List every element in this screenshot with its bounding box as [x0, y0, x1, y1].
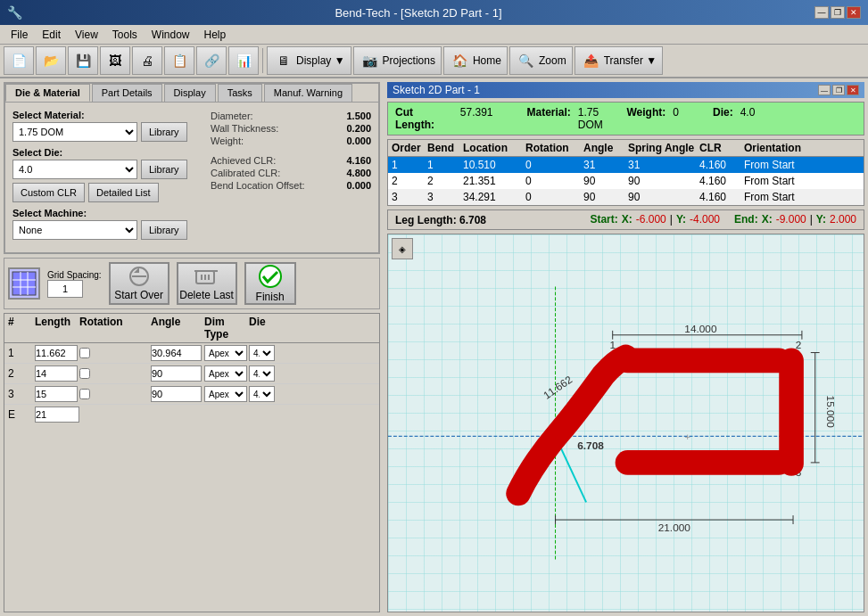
machine-group: Select Machine: None Library [12, 208, 203, 240]
bend-row-3[interactable]: 3 3 34.291 0 90 90 4.160 From Start [388, 189, 864, 205]
br3-clr: 4.160 [699, 191, 744, 203]
grid-spacing-input[interactable] [47, 280, 83, 298]
field-calibrated-clr: Calibrated CLR: 4.800 [211, 167, 371, 179]
row3-length[interactable] [35, 386, 78, 402]
br3-spring-angle: 90 [628, 191, 699, 203]
row1-rotation[interactable] [79, 348, 90, 358]
inner-title-text: Sketch 2D Part - 1 [393, 84, 480, 96]
toolbar-btn6[interactable]: 📋 [164, 46, 194, 75]
menu-tools[interactable]: Tools [105, 27, 145, 43]
projections-icon: 📷 [360, 50, 381, 71]
tab-manuf-warning[interactable]: Manuf. Warning [264, 84, 352, 102]
die-btns-row: Custom CLR Detailed List [12, 183, 203, 202]
die-select[interactable]: 4.0 [12, 160, 137, 179]
die-info-value: 4.0 [740, 106, 756, 131]
delete-last-btn[interactable]: Delete Last [177, 262, 237, 305]
e-value[interactable] [35, 407, 79, 423]
toolbar-btn7[interactable]: 🔗 [196, 46, 227, 75]
toolbar-projections[interactable]: 📷 Projections [353, 46, 442, 75]
zoom-icon: 🔍 [516, 50, 537, 71]
row3-rotation[interactable] [79, 389, 90, 399]
cut-length-info: Cut Length: 57.391 Material: 1.75 DOM [395, 106, 625, 131]
row2-dim-type[interactable]: Apex [204, 365, 247, 382]
toolbar-btn8[interactable]: 📊 [228, 46, 259, 75]
machine-select[interactable]: None [12, 220, 137, 240]
parts-row-3: 3 Apex 4.0 [4, 384, 379, 405]
bend-row-2[interactable]: 2 2 21.351 0 90 90 4.160 From Start [388, 173, 864, 189]
menu-help[interactable]: Help [197, 27, 234, 43]
finish-btn[interactable]: Finish [244, 262, 296, 305]
row1-dim-type[interactable]: Apex [204, 345, 247, 361]
weight-info-label: Weight: [627, 106, 666, 131]
toolbar-transfer[interactable]: 📤 Transfer ▼ [575, 46, 663, 75]
bth-clr: CLR [699, 142, 744, 154]
menu-file[interactable]: File [4, 27, 35, 43]
row2-length[interactable] [35, 365, 78, 382]
tab-display[interactable]: Display [164, 84, 216, 102]
toolbar-zoom[interactable]: 🔍 Zoom [509, 46, 573, 75]
toolbar-home[interactable]: 🏠 Home [443, 46, 508, 75]
row1-angle[interactable] [151, 345, 202, 361]
menu-view[interactable]: View [68, 27, 105, 43]
tab-tasks[interactable]: Tasks [218, 84, 262, 102]
row2-die[interactable]: 4.0 [249, 365, 275, 382]
row3-dim-type[interactable]: Apex [204, 386, 247, 402]
menu-edit[interactable]: Edit [35, 27, 68, 43]
detailed-list-btn[interactable]: Detailed List [88, 183, 159, 202]
toolbar-btn5[interactable]: 🖨 [132, 46, 162, 75]
transfer-label: Transfer ▼ [604, 54, 657, 67]
window-controls: — ❐ ✕ [814, 6, 861, 19]
row1-die[interactable]: 4.0 [249, 345, 275, 361]
inner-minimize-btn[interactable]: — [818, 85, 831, 95]
br2-angle: 90 [583, 175, 628, 187]
finish-label: Finish [256, 291, 285, 303]
tab-die-material[interactable]: Die & Material [5, 84, 90, 102]
machine-library-btn[interactable]: Library [141, 220, 187, 240]
toolbar-new[interactable]: 📄 [4, 46, 34, 75]
row3-die[interactable]: 4.0 [249, 386, 275, 402]
open-icon: 📂 [40, 50, 62, 71]
svg-rect-35 [616, 450, 791, 475]
minimize-button[interactable]: — [814, 6, 829, 19]
toolbar-open[interactable]: 📂 [36, 46, 66, 75]
row3-angle[interactable] [151, 386, 202, 402]
material-select[interactable]: 1.75 DOM [12, 122, 137, 142]
toolbar-btn4[interactable]: 🖼 [100, 46, 130, 75]
inner-close-btn[interactable]: ✕ [847, 85, 859, 95]
bth-order: Order [392, 142, 427, 154]
tab-panel: Die & Material Part Details Display Task… [4, 82, 380, 254]
br1-orientation: From Start [744, 159, 815, 171]
custom-clr-btn[interactable]: Custom CLR [12, 183, 85, 202]
save-icon: 💾 [72, 50, 94, 71]
br3-location: 34.291 [463, 191, 525, 203]
br3-rotation: 0 [525, 191, 583, 203]
toolbar-save[interactable]: 💾 [68, 46, 98, 75]
cut-length-label: Cut Length: [395, 106, 453, 131]
material-group: Select Material: 1.75 DOM Library [12, 110, 203, 142]
start-x-value: -6.000 [636, 213, 666, 226]
die-library-btn[interactable]: Library [141, 160, 187, 179]
tab-part-details[interactable]: Part Details [92, 84, 162, 102]
parts-row-1: 1 Apex 4.0 [4, 343, 379, 364]
br1-rotation: 0 [525, 159, 583, 171]
new-icon: 📄 [8, 50, 29, 71]
material-library-btn[interactable]: Library [141, 122, 187, 142]
icon4: 🖼 [104, 50, 126, 71]
row1-length[interactable] [35, 345, 78, 361]
row2-rotation[interactable] [79, 368, 90, 379]
close-button[interactable]: ✕ [847, 6, 861, 19]
bend-row-1[interactable]: 1 1 10.510 0 31 31 4.160 From Start [388, 157, 864, 173]
projections-label: Projections [383, 54, 435, 67]
inner-restore-btn[interactable]: ❐ [832, 85, 845, 95]
window-icon: 🔧 [7, 5, 22, 20]
row2-angle[interactable] [151, 365, 202, 382]
menu-window[interactable]: Window [145, 27, 197, 43]
weight-info-value: 0 [673, 106, 679, 131]
start-over-btn[interactable]: Start Over [109, 262, 169, 305]
cut-length-value: 57.391 [460, 106, 493, 131]
toolbar-display[interactable]: 🖥 Display ▼ [267, 46, 351, 75]
br1-angle: 31 [583, 159, 628, 171]
br2-bend: 2 [427, 175, 463, 187]
restore-button[interactable]: ❐ [831, 6, 845, 19]
canvas-area[interactable]: ◈ 14.000 15.000 21.000 [387, 234, 864, 612]
